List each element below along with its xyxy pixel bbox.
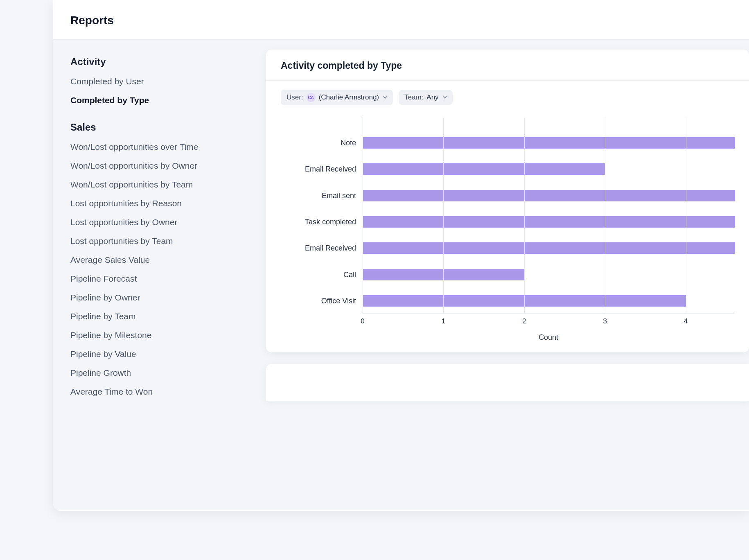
x-axis-title: Count (539, 333, 558, 342)
bar (363, 295, 686, 307)
sidebar-item-pipeline-forecast[interactable]: Pipeline Forecast (70, 274, 249, 284)
sidebar-item-avg-time-won[interactable]: Average Time to Won (70, 387, 249, 397)
filter-user-label: User: (287, 93, 303, 102)
bar-label: Task completed (305, 217, 356, 226)
x-tick-label: 0 (361, 317, 364, 325)
sidebar-item-pipeline-growth[interactable]: Pipeline Growth (70, 368, 249, 378)
sidebar-item-completed-by-user[interactable]: Completed by User (70, 77, 249, 86)
page-header: Reports (53, 0, 749, 40)
sidebar-item-pipeline-owner[interactable]: Pipeline by Owner (70, 293, 249, 303)
bar-label: Office Visit (321, 296, 356, 305)
filter-user-value: (Charlie Armstrong) (319, 93, 379, 102)
bar-label: Email sent (322, 191, 356, 200)
x-tick-label: 3 (603, 317, 607, 325)
sidebar-item-pipeline-milestone[interactable]: Pipeline by Milestone (70, 330, 249, 340)
bar (363, 242, 735, 254)
gridline (443, 117, 444, 314)
gridline (524, 117, 525, 314)
bar-row: Email Received (363, 163, 734, 175)
filter-row: User: CA (Charlie Armstrong) Team: Any (266, 81, 749, 109)
filter-team-label: Team: (404, 93, 423, 102)
filter-user[interactable]: User: CA (Charlie Armstrong) (281, 90, 393, 105)
report-card: Activity completed by Type User: CA (Cha… (266, 50, 749, 352)
bar-row: Note (363, 137, 734, 149)
filter-team-value: Any (426, 93, 438, 102)
sidebar-item-lost-reason[interactable]: Lost opportunities by Reason (70, 199, 249, 208)
sidebar-item-avg-sales[interactable]: Average Sales Value (70, 255, 249, 265)
bar-row: Email sent (363, 190, 734, 201)
section-title-sales: Sales (70, 122, 249, 133)
gridline (605, 117, 605, 314)
bar (363, 269, 525, 280)
bar (363, 137, 735, 149)
bar-label: Email Received (305, 244, 356, 253)
sidebar: Activity Completed by User Completed by … (53, 40, 266, 510)
chevron-down-icon (442, 95, 448, 100)
sidebar-item-completed-by-type[interactable]: Completed by Type (70, 95, 249, 105)
sidebar-item-pipeline-value[interactable]: Pipeline by Value (70, 349, 249, 359)
sidebar-item-wonlost-owner[interactable]: Won/Lost opportunities by Owner (70, 161, 249, 171)
sidebar-section-activity: Activity Completed by User Completed by … (70, 56, 249, 105)
x-tick-label: 1 (442, 317, 445, 325)
report-title: Activity completed by Type (281, 60, 734, 71)
sidebar-item-lost-team[interactable]: Lost opportunities by Team (70, 236, 249, 246)
bar-row: Office Visit (363, 295, 734, 307)
gridline (686, 117, 686, 314)
bar-row: Task completed (363, 216, 734, 228)
x-tick-label: 4 (684, 317, 688, 325)
sidebar-item-wonlost-team[interactable]: Won/Lost opportunities by Team (70, 180, 249, 190)
main-area: Activity completed by Type User: CA (Cha… (266, 40, 749, 510)
bar (363, 190, 735, 201)
x-tick-label: 2 (522, 317, 526, 325)
app-card: Reports Activity Completed by User Compl… (53, 0, 749, 511)
sidebar-item-wonlost-time[interactable]: Won/Lost opportunities over Time (70, 142, 249, 152)
bar (363, 216, 735, 228)
bar-row: Call (363, 269, 734, 280)
sidebar-item-pipeline-team[interactable]: Pipeline by Team (70, 312, 249, 321)
bar-label: Note (341, 139, 356, 147)
sidebar-item-lost-owner[interactable]: Lost opportunities by Owner (70, 217, 249, 227)
secondary-card (266, 364, 749, 401)
sidebar-section-sales: Sales Won/Lost opportunities over Time W… (70, 122, 249, 397)
filter-team[interactable]: Team: Any (399, 90, 453, 105)
bar (363, 163, 605, 175)
bar-label: Call (343, 270, 356, 279)
section-title-activity: Activity (70, 56, 249, 68)
page-title: Reports (70, 14, 732, 27)
chart: NoteEmail ReceivedEmail sentTask complet… (266, 109, 749, 352)
report-header: Activity completed by Type (266, 50, 749, 81)
bar-label: Email Received (305, 165, 356, 174)
chevron-down-icon (382, 95, 388, 100)
bar-row: Email Received (363, 242, 734, 254)
avatar: CA (307, 93, 316, 102)
